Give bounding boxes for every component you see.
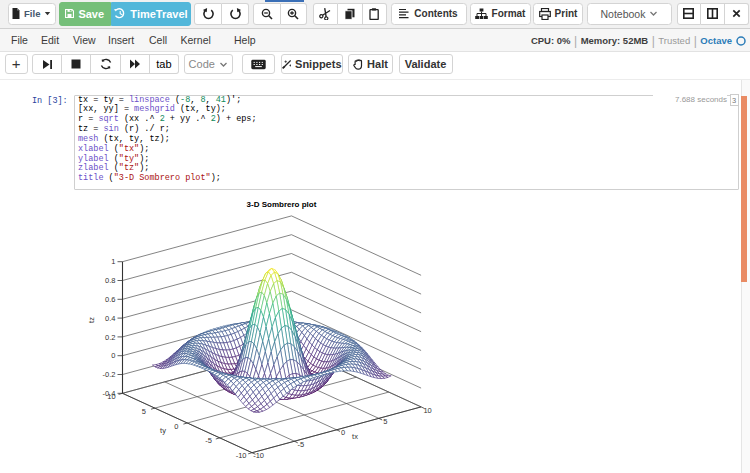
svg-text:3-D Sombrero plot: 3-D Sombrero plot (247, 200, 317, 209)
svg-text:-10: -10 (253, 451, 264, 460)
svg-text:5: 5 (142, 407, 146, 416)
svg-text:-5: -5 (205, 436, 212, 445)
svg-text:-10: -10 (236, 451, 247, 460)
svg-text:0: 0 (341, 428, 345, 437)
svg-text:5: 5 (383, 417, 387, 426)
svg-text:0.4: 0.4 (105, 314, 115, 323)
svg-text:10: 10 (423, 406, 431, 415)
svg-text:0: 0 (174, 422, 178, 431)
svg-text:-5: -5 (297, 440, 304, 449)
svg-text:10: 10 (107, 392, 115, 401)
svg-text:ty: ty (160, 426, 166, 435)
svg-text:tx: tx (352, 432, 358, 441)
svg-text:0.6: 0.6 (105, 295, 115, 304)
svg-text:0: 0 (111, 351, 115, 360)
svg-text:tz: tz (87, 317, 96, 323)
svg-text:-0.2: -0.2 (103, 370, 116, 379)
svg-text:0.8: 0.8 (105, 276, 115, 285)
svg-text:0.2: 0.2 (105, 333, 115, 342)
svg-text:1: 1 (111, 257, 115, 266)
